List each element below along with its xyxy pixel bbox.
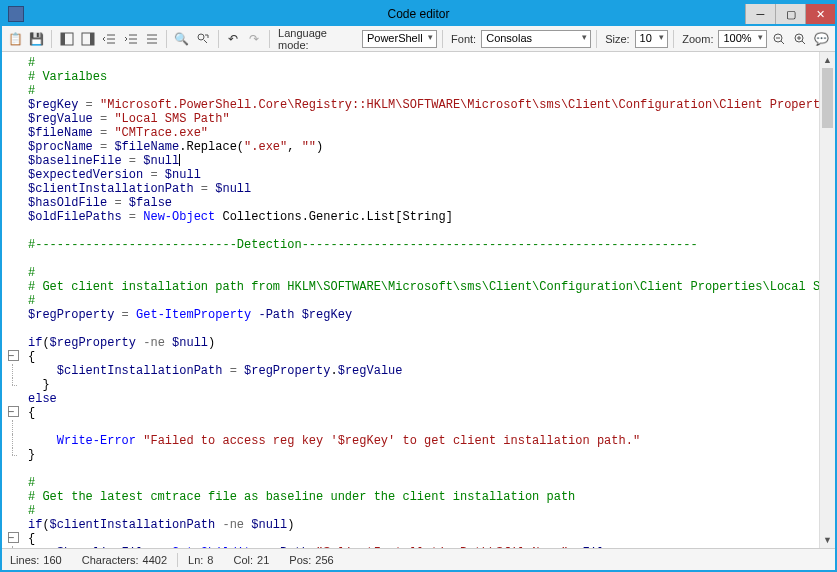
find-icon[interactable]: 🔍 [172,29,191,49]
close-button[interactable]: ✕ [805,4,835,24]
app-icon [8,6,24,22]
outdent-icon[interactable] [100,29,119,49]
scroll-thumb[interactable] [822,68,833,128]
ln-label: Ln: [188,554,203,566]
col-value: 21 [257,554,269,566]
zoom-in-icon[interactable] [791,29,810,49]
indent-icon[interactable] [121,29,140,49]
undo-icon[interactable]: ↶ [224,29,243,49]
lang-label: Language mode: [278,27,357,51]
caret [179,154,180,166]
svg-point-4 [198,34,204,40]
svg-rect-3 [90,33,94,45]
title-bar: Code editor ─ ▢ ✕ [2,2,835,26]
font-select[interactable]: Consolas [481,30,591,48]
font-label: Font: [451,33,476,45]
code-content[interactable]: # # Varialbes # $regKey = "Microsoft.Pow… [24,52,819,548]
comment-icon[interactable]: 💬 [812,29,831,49]
editor-area[interactable]: # # Varialbes # $regKey = "Microsoft.Pow… [2,52,835,548]
pos-value: 256 [315,554,333,566]
size-select[interactable]: 10 [635,30,669,48]
minimize-button[interactable]: ─ [745,4,775,24]
lang-select[interactable]: PowerShell [362,30,437,48]
col-label: Col: [233,554,253,566]
zoom-label: Zoom: [682,33,713,45]
zoom-select[interactable]: 100% [718,30,767,48]
zoom-out-icon[interactable] [769,29,788,49]
open-icon[interactable]: 📋 [6,29,25,49]
panel-left-icon[interactable] [57,29,76,49]
scroll-down-icon[interactable]: ▼ [820,532,835,548]
save-icon[interactable]: 💾 [27,29,46,49]
maximize-button[interactable]: ▢ [775,4,805,24]
panel-right-icon[interactable] [79,29,98,49]
window-controls: ─ ▢ ✕ [745,4,835,24]
status-bar: Lines: 160 Characters: 4402 Ln: 8 Col: 2… [2,548,835,570]
fold-gutter [2,52,24,548]
lines-label: Lines: [10,554,39,566]
pos-label: Pos: [289,554,311,566]
replace-icon[interactable] [194,29,213,49]
ln-value: 8 [207,554,213,566]
lines-value: 160 [43,554,61,566]
redo-icon[interactable]: ↷ [245,29,264,49]
toolbar: 📋 💾 🔍 ↶ ↷ Language mode: PowerShell Font… [2,26,835,52]
window-title: Code editor [387,7,449,21]
chars-label: Characters: [82,554,139,566]
scroll-up-icon[interactable]: ▲ [820,52,835,68]
vertical-scrollbar[interactable]: ▲ ▼ [819,52,835,548]
svg-rect-1 [61,33,65,45]
size-label: Size: [605,33,629,45]
list-icon[interactable] [142,29,161,49]
chars-value: 4402 [143,554,167,566]
